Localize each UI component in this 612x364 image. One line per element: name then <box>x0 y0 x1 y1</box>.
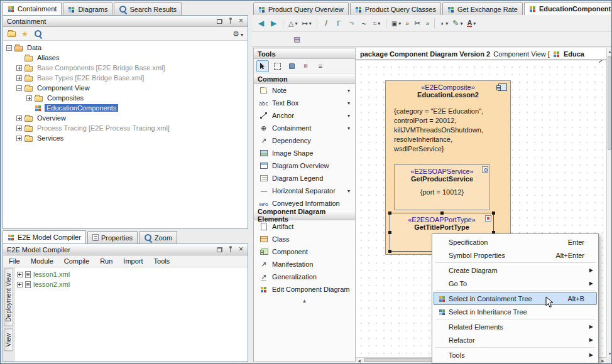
pin-panel-button[interactable] <box>226 17 235 26</box>
menu-item-go-to[interactable]: Go To <box>434 277 597 290</box>
zigzag-path-button[interactable] <box>371 17 383 29</box>
palette-item-image-shape[interactable]: Image Shape <box>254 147 355 159</box>
selection-handle[interactable] <box>440 211 444 215</box>
palette-item-text-box[interactable]: Text Box <box>254 97 355 109</box>
select-tool-button[interactable] <box>256 60 269 72</box>
cut-tool-button[interactable] <box>412 17 423 29</box>
palette-item-generalization[interactable]: Generalization <box>254 270 355 283</box>
close-panel-button[interactable] <box>236 245 246 254</box>
service-shape-getproductservice[interactable]: «E2ESOAPService» GetProductService {port… <box>394 164 490 210</box>
chevron-down-icon[interactable] <box>346 188 352 194</box>
chevron-down-icon[interactable] <box>346 126 352 131</box>
float-panel-button[interactable] <box>215 245 224 254</box>
menu-item-related-elements[interactable]: Related Elements <box>434 320 597 333</box>
palette-item-dependency[interactable]: Dependency <box>254 134 355 147</box>
forward-button[interactable] <box>268 17 280 29</box>
scroll-left-arrow[interactable] <box>356 358 363 363</box>
menu-item-create-diagram[interactable]: Create Diagram <box>434 264 597 277</box>
scroll-right-arrow[interactable] <box>599 358 606 363</box>
expand-expander-icon[interactable] <box>16 75 22 81</box>
favorites-icon[interactable] <box>21 29 28 38</box>
tab-e2e-model-compiler[interactable]: E2E Model Compiler <box>3 230 86 244</box>
make-same-size-button[interactable] <box>390 17 403 29</box>
composite-shape-educationlesson2[interactable]: «E2EComposite» EducationLesson2 {categor… <box>385 80 511 255</box>
shapes-tool-button[interactable] <box>287 17 299 29</box>
expand-expander-icon[interactable] <box>16 136 22 141</box>
menu-tools[interactable]: Tools <box>154 257 170 265</box>
palette-item-diagram-overview[interactable]: Diagram Overview <box>254 159 355 172</box>
tree-item-services[interactable]: Services <box>4 133 248 143</box>
scroll-down-arrow[interactable] <box>607 350 612 357</box>
menu-module[interactable]: Module <box>31 257 53 265</box>
vertical-tree-layout-button[interactable] <box>300 60 312 72</box>
selection-handle[interactable] <box>388 250 391 253</box>
close-panel-button[interactable] <box>236 17 246 26</box>
palette-section-common[interactable]: Common <box>254 73 355 84</box>
menu-item-select-in-containment-tree[interactable]: Select in Containment Tree Alt+B <box>434 292 597 305</box>
expand-expander-icon[interactable] <box>16 65 22 71</box>
menu-import[interactable]: Import <box>123 257 143 265</box>
palette-item-diagram-legend[interactable]: Diagram Legend <box>254 172 355 185</box>
menu-item-select-in-inheritance-tree[interactable]: Select in Inheritance Tree <box>434 305 597 318</box>
tab-product-query-overview[interactable]: Product Query Overview <box>253 3 349 15</box>
tree-item-data[interactable]: Data <box>4 43 248 53</box>
palette-item-artifact[interactable]: Artifact <box>254 220 355 233</box>
menu-item-tools[interactable]: Tools <box>434 348 597 361</box>
palette-item-edit-component-diagram[interactable]: Edit Component Diagram <box>254 283 355 296</box>
tree-item-overview[interactable]: Overview <box>4 113 248 123</box>
menu-item-specification[interactable]: Specification Enter <box>434 235 597 249</box>
tree-item-component-view[interactable]: Component View <box>4 83 248 93</box>
palette-item-anchor[interactable]: Anchor <box>254 109 355 122</box>
tree-item-base-components[interactable]: Base Components [E2E Bridge Base.xml] <box>4 63 248 73</box>
tab-get-exchange-rate[interactable]: Get Exchange Rate <box>442 3 523 15</box>
rectilinear-path-button[interactable] <box>333 17 345 29</box>
curved-path-button[interactable] <box>358 17 370 29</box>
expand-expander-icon[interactable] <box>17 282 23 287</box>
side-tab-deployment-view[interactable]: Deployment View <box>4 269 13 326</box>
tree-item-composites[interactable]: Composites <box>4 93 248 103</box>
pencil-draw-button[interactable] <box>451 17 464 29</box>
back-button[interactable] <box>255 17 267 29</box>
toolbar-overflow-chevron[interactable] <box>424 20 432 27</box>
float-panel-button[interactable] <box>215 17 224 26</box>
expand-expander-icon[interactable] <box>16 115 22 121</box>
tab-educationcomponent[interactable]: EducationComponent <box>524 2 611 15</box>
vertical-scroll-thumb[interactable] <box>608 56 611 150</box>
chevron-down-icon[interactable] <box>346 113 352 119</box>
oblique-path-button[interactable] <box>320 17 332 29</box>
file-item-lesson1[interactable]: lesson1.xml <box>16 269 246 279</box>
chevron-down-icon[interactable] <box>346 88 352 94</box>
menu-compile[interactable]: Compile <box>64 257 89 265</box>
palette-item-horizontal-separator[interactable]: Horizontal Separator <box>254 185 355 197</box>
tab-search-results[interactable]: Search Results <box>114 3 182 15</box>
diagram-frame-button[interactable] <box>291 33 303 46</box>
palette-item-class[interactable]: Class <box>254 233 355 245</box>
selection-handle[interactable] <box>492 211 495 215</box>
open-in-new-tree-icon[interactable] <box>8 31 16 37</box>
tree-item-educationcomponents[interactable]: EducationComponents <box>4 103 248 113</box>
search-icon[interactable] <box>34 29 42 38</box>
tab-containment[interactable]: Containment <box>3 2 62 15</box>
expand-expander-icon[interactable] <box>17 272 23 277</box>
tab-diagrams[interactable]: Diagrams <box>63 3 112 15</box>
menu-item-symbol-properties[interactable]: Symbol Properties Alt+Enter <box>434 249 597 262</box>
palette-item-component[interactable]: Component <box>254 245 355 258</box>
magnet-tool-button[interactable] <box>285 60 298 72</box>
settings-gear-button[interactable] <box>232 29 243 38</box>
chevron-down-icon[interactable] <box>346 100 352 106</box>
palette-item-note[interactable]: Note <box>254 84 355 97</box>
palette-item-containment[interactable]: Containment <box>254 122 355 134</box>
collapse-expander-icon[interactable] <box>16 85 22 91</box>
tree-item-aliases[interactable]: Aliases <box>4 53 248 63</box>
vertical-scrollbar[interactable] <box>606 48 612 357</box>
collapse-expander-icon[interactable] <box>6 45 12 51</box>
horizontal-tree-layout-button[interactable] <box>314 60 327 72</box>
tab-properties[interactable]: Properties <box>87 231 138 244</box>
tree-item-process-tracing[interactable]: Process Tracing [E2E Process Tracing.xml… <box>4 123 248 133</box>
tab-zoom[interactable]: Zoom <box>139 231 177 244</box>
palette-section-component-diagram-elements[interactable]: Component Diagram Elements <box>254 210 355 220</box>
shape-fill-button[interactable] <box>438 17 450 29</box>
side-tab-view[interactable]: View <box>4 329 13 351</box>
selection-handle[interactable] <box>388 231 391 234</box>
expand-expander-icon[interactable] <box>26 95 32 101</box>
